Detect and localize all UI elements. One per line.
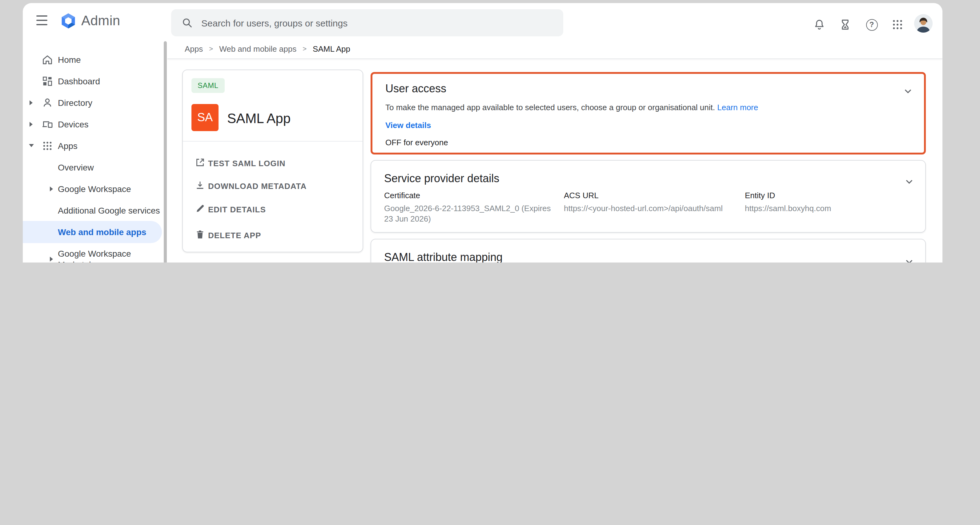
- saml-attribute-mapping-card: SAML attribute mapping Map Google direct…: [371, 239, 926, 262]
- content-divider: [167, 59, 942, 59]
- notifications-bell-icon[interactable]: [811, 17, 827, 33]
- devices-icon: [41, 118, 54, 130]
- collapse-arrow-icon[interactable]: [29, 144, 34, 147]
- user-access-title: User access: [385, 83, 446, 95]
- user-access-status: OFF for everyone: [385, 138, 448, 147]
- product-name: Admin: [81, 13, 120, 29]
- sidebar-item-apps[interactable]: Apps: [23, 135, 163, 156]
- user-access-card: User access To make the managed app avai…: [371, 72, 926, 154]
- search-bar[interactable]: [171, 9, 563, 36]
- chevron-down-icon[interactable]: [903, 175, 915, 188]
- open-in-new-icon: [194, 157, 205, 168]
- help-icon[interactable]: ?: [864, 17, 880, 33]
- trash-icon: [194, 229, 205, 240]
- dashboard-icon: [41, 75, 54, 87]
- breadcrumb-current-page: SAML App: [313, 44, 350, 53]
- hourglass-icon[interactable]: [837, 17, 853, 33]
- sidebar-item-devices[interactable]: Devices: [23, 113, 163, 135]
- person-icon: [41, 96, 54, 109]
- delete-app-button[interactable]: DELETE APP: [183, 223, 363, 246]
- screen: Admin ? Apps > Web and mobile apps > SAM…: [0, 0, 980, 262]
- sidebar-item-additional-google-services[interactable]: Additional Google services: [23, 199, 163, 221]
- service-provider-title: Service provider details: [384, 172, 499, 185]
- sidebar-nav: Home Dashboard Directory Devices Apps Ov…: [23, 39, 163, 262]
- app-avatar: SA: [191, 104, 218, 131]
- breadcrumb-web-and-mobile-apps[interactable]: Web and mobile apps: [219, 44, 296, 53]
- attribute-mapping-title: SAML attribute mapping: [384, 251, 503, 262]
- chevron-down-icon[interactable]: [902, 85, 914, 97]
- admin-hexagon-icon: [60, 12, 77, 30]
- service-provider-details-card: Service provider details Certificate Goo…: [371, 160, 926, 233]
- sidebar-item-home[interactable]: Home: [23, 49, 163, 70]
- hamburger-icon: [36, 15, 48, 17]
- learn-more-link[interactable]: Learn more: [717, 103, 758, 112]
- sidebar-item-dashboard[interactable]: Dashboard: [23, 70, 163, 92]
- chevron-right-icon: >: [209, 45, 213, 52]
- chevron-right-icon: >: [302, 45, 307, 52]
- admin-logo: Admin: [60, 11, 120, 31]
- breadcrumb-apps[interactable]: Apps: [185, 44, 203, 53]
- home-icon: [41, 53, 54, 65]
- expand-arrow-icon[interactable]: [50, 257, 53, 262]
- view-details-link[interactable]: View details: [385, 121, 431, 130]
- expand-arrow-icon[interactable]: [50, 186, 53, 191]
- expand-arrow-icon[interactable]: [30, 100, 33, 105]
- pencil-icon: [194, 203, 205, 214]
- user-avatar[interactable]: [914, 14, 932, 33]
- expand-arrow-icon[interactable]: [30, 122, 33, 126]
- breadcrumb: Apps > Web and mobile apps > SAML App: [185, 39, 350, 59]
- sidebar-item-google-workspace[interactable]: Google Workspace: [23, 178, 163, 199]
- download-icon: [194, 180, 205, 191]
- edit-details-button[interactable]: EDIT DETAILS: [183, 197, 363, 220]
- download-metadata-button[interactable]: DOWNLOAD METADATA: [183, 174, 363, 196]
- certificate-field: Certificate Google_2026-6-22-113953_SAML…: [384, 191, 558, 224]
- apps-icon: [41, 139, 54, 152]
- card-divider: [183, 141, 363, 142]
- main-menu-button[interactable]: [36, 15, 50, 27]
- search-icon: [181, 17, 193, 29]
- app-title: SAML App: [227, 111, 291, 127]
- search-input[interactable]: [201, 18, 554, 28]
- sidebar-item-web-and-mobile-apps[interactable]: Web and mobile apps: [23, 221, 162, 243]
- admin-console-window: Admin ? Apps > Web and mobile apps > SAM…: [23, 3, 942, 262]
- sidebar-item-directory[interactable]: Directory: [23, 92, 163, 113]
- saml-app-info-card: SAML SA SAML App TEST SAML LOGIN DOWNLOA…: [182, 70, 363, 252]
- apps-grid-icon[interactable]: [889, 17, 905, 33]
- sidebar-item-overview[interactable]: Overview: [23, 156, 163, 178]
- chevron-down-icon[interactable]: [903, 255, 915, 262]
- sidebar-item-google-workspace-marketplace-apps[interactable]: Google Workspace Marketplace apps: [23, 243, 163, 262]
- acs-url-field: ACS URL https://<your-hosted-url.com>/ap…: [564, 191, 737, 213]
- user-access-description: To make the managed app available to sel…: [385, 103, 758, 112]
- entity-id-field: Entity ID https://saml.boxyhq.com: [745, 191, 918, 213]
- test-saml-login-button[interactable]: TEST SAML LOGIN: [183, 151, 363, 173]
- sidebar-scrollbar[interactable]: [164, 41, 167, 262]
- saml-badge: SAML: [191, 78, 225, 93]
